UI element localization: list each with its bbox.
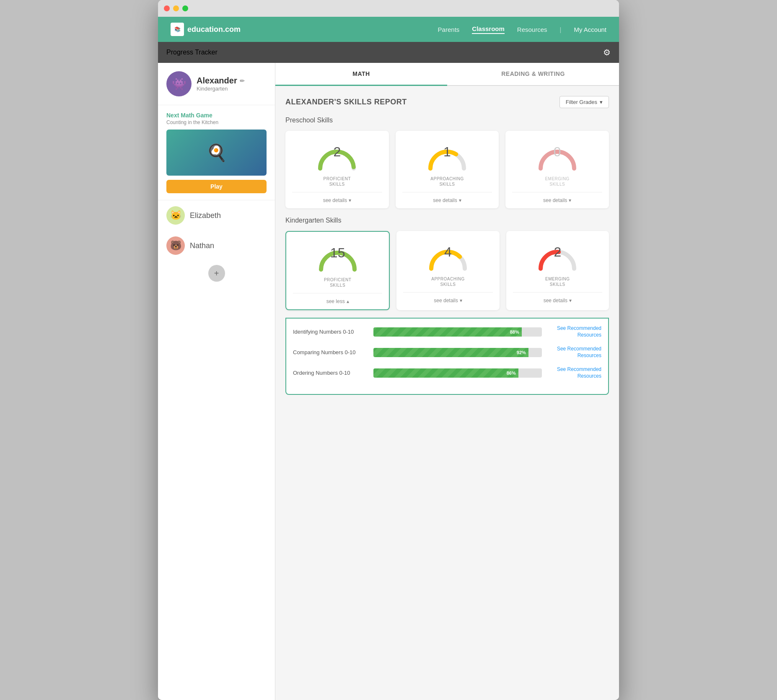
- child-avatar-nathan: 🐻: [166, 236, 185, 255]
- chevron-up-icon: ▴: [347, 298, 349, 304]
- see-details-kinder-emerging[interactable]: see details ▾: [513, 292, 602, 309]
- tab-reading[interactable]: READING & WRITING: [447, 63, 619, 85]
- profile-info: Alexander ✏ Kindergarten: [197, 76, 267, 92]
- chevron-down-icon: ▾: [460, 298, 462, 303]
- kindergarten-proficient-card: 15 PROFICIENTSKILLS see less ▴: [285, 231, 390, 310]
- child-name-nathan: Nathan: [190, 241, 214, 250]
- next-game-label: Next Math Game: [166, 112, 267, 119]
- tab-math[interactable]: MATH: [275, 63, 447, 86]
- game-image: 🍳: [206, 143, 227, 163]
- preschool-section-title: Preschool Skills: [285, 117, 609, 124]
- progress-fill-0: 88%: [373, 327, 522, 337]
- gauge-number-preschool-emerging: 0: [534, 144, 580, 160]
- gauge-number-kinder-approaching: 4: [425, 244, 471, 260]
- tabs: MATH READING & WRITING: [275, 63, 619, 86]
- navbar: 📚 education.com Parents Classroom Resour…: [158, 17, 619, 42]
- logo[interactable]: 📚 education.com: [171, 23, 241, 36]
- child-name-elizabeth: Elizabeth: [190, 211, 221, 220]
- nav-my-account[interactable]: My Account: [574, 26, 606, 33]
- progress-label-2: Ordering Numbers 0-10: [293, 370, 368, 376]
- kindergarten-approaching-card: 4 APPROACHINGSKILLS see details ▾: [396, 231, 499, 310]
- progress-section: Identifying Numbers 0-10 88% See Recomme…: [285, 318, 609, 395]
- progress-label-0: Identifying Numbers 0-10: [293, 329, 368, 335]
- gauge-approaching-kinder: 4: [425, 239, 471, 273]
- logo-icon: 📚: [171, 23, 184, 36]
- see-recommended-1[interactable]: See Recommended Resources: [547, 346, 601, 359]
- add-child-button[interactable]: +: [208, 265, 225, 282]
- preschool-emerging-card: 0 EMERGINGSKILLS see details ▾: [505, 131, 609, 208]
- edit-icon[interactable]: ✏: [240, 78, 245, 84]
- gauge-number-preschool-approaching: 1: [424, 144, 470, 160]
- nav-classroom[interactable]: Classroom: [472, 25, 505, 34]
- nav-parents[interactable]: Parents: [438, 26, 460, 33]
- gauge-number-preschool-proficient: 2: [314, 144, 360, 160]
- progress-label-1: Comparing Numbers 0-10: [293, 349, 368, 355]
- chevron-down-icon: ▾: [569, 197, 571, 203]
- minimize-button[interactable]: [173, 5, 179, 11]
- see-less-kinder-proficient[interactable]: see less ▴: [293, 293, 382, 309]
- report-header: ALEXANDER'S SKILLS REPORT Filter Grades …: [285, 96, 609, 108]
- preschool-proficient-card: 2 PROFICIENTSKILLS see details ▾: [285, 131, 389, 208]
- chevron-down-icon: ▾: [459, 197, 461, 203]
- close-button[interactable]: [164, 5, 170, 11]
- child-item-nathan[interactable]: 🐻 Nathan: [158, 231, 275, 261]
- preschool-approaching-card: 1 APPROACHINGSKILLS see details ▾: [396, 131, 499, 208]
- gauge-number-kinder-emerging: 2: [534, 244, 580, 260]
- see-details-preschool-approaching[interactable]: see details ▾: [402, 192, 492, 208]
- progress-fill-2: 86%: [373, 368, 518, 378]
- progress-row-0: Identifying Numbers 0-10 88% See Recomme…: [293, 325, 601, 338]
- subbar: Progress Tracker ⚙: [158, 42, 619, 63]
- progress-bar-1: 92%: [373, 348, 542, 357]
- report-title: ALEXANDER'S SKILLS REPORT: [285, 98, 407, 106]
- gauge-number-kinder-proficient: 15: [315, 245, 361, 261]
- skills-report: ALEXANDER'S SKILLS REPORT Filter Grades …: [275, 86, 619, 405]
- nav-separator: |: [560, 26, 562, 33]
- progress-row-2: Ordering Numbers 0-10 86% See Recommende…: [293, 366, 601, 379]
- play-button[interactable]: Play: [166, 180, 267, 193]
- next-game-name: Counting in the Kitchen: [166, 119, 267, 125]
- see-recommended-2[interactable]: See Recommended Resources: [547, 366, 601, 379]
- see-recommended-0[interactable]: See Recommended Resources: [547, 325, 601, 338]
- app-window: 📚 education.com Parents Classroom Resour…: [158, 0, 619, 700]
- profile-grade: Kindergarten: [197, 86, 267, 92]
- nav-links: Parents Classroom Resources | My Account: [438, 25, 606, 34]
- progress-row-1: Comparing Numbers 0-10 92% See Recommend…: [293, 346, 601, 359]
- gauge-approaching-preschool: 1: [424, 139, 470, 173]
- progress-fill-1: 92%: [373, 348, 528, 357]
- see-details-preschool-proficient[interactable]: see details ▾: [292, 192, 382, 208]
- gauge-emerging-kinder: 2: [534, 239, 580, 273]
- kindergarten-emerging-card: 2 EMERGINGSKILLS see details ▾: [506, 231, 609, 310]
- next-game-section: Next Math Game Counting in the Kitchen 🍳…: [158, 105, 275, 200]
- kindergarten-skill-cards: 15 PROFICIENTSKILLS see less ▴: [285, 231, 609, 310]
- chevron-down-icon: ▾: [349, 197, 351, 203]
- gauge-proficient-preschool: 2: [314, 139, 360, 173]
- child-avatar-elizabeth: 🐱: [166, 206, 185, 225]
- filter-grades-button[interactable]: Filter Grades ▾: [559, 96, 609, 108]
- preschool-skill-cards: 2 PROFICIENTSKILLS see details ▾: [285, 131, 609, 208]
- progress-bar-0: 88%: [373, 327, 542, 337]
- see-details-preschool-emerging[interactable]: see details ▾: [512, 192, 602, 208]
- chevron-down-icon: ▾: [569, 298, 572, 303]
- profile-name: Alexander ✏: [197, 76, 267, 86]
- titlebar: [158, 0, 619, 17]
- child-item-elizabeth[interactable]: 🐱 Elizabeth: [158, 200, 275, 231]
- logo-text: education.com: [187, 25, 241, 34]
- nav-resources[interactable]: Resources: [517, 26, 547, 33]
- see-details-kinder-approaching[interactable]: see details ▾: [403, 292, 492, 309]
- avatar-emoji: 👾: [172, 77, 186, 91]
- gauge-proficient-kinder: 15: [315, 240, 361, 274]
- subbar-title: Progress Tracker: [166, 49, 218, 56]
- content-area: MATH READING & WRITING ALEXANDER'S SKILL…: [275, 63, 619, 700]
- kindergarten-section-title: Kindergarten Skills: [285, 217, 609, 224]
- settings-icon[interactable]: ⚙: [603, 47, 611, 57]
- avatar: 👾: [166, 71, 192, 96]
- progress-bar-2: 86%: [373, 368, 542, 378]
- active-profile: 👾 Alexander ✏ Kindergarten: [158, 63, 275, 105]
- gauge-emerging-preschool: 0: [534, 139, 580, 173]
- main-layout: 👾 Alexander ✏ Kindergarten Next Math Gam…: [158, 63, 619, 700]
- maximize-button[interactable]: [182, 5, 188, 11]
- chevron-down-icon: ▾: [600, 99, 603, 105]
- game-thumbnail[interactable]: 🍳: [166, 130, 267, 176]
- sidebar: 👾 Alexander ✏ Kindergarten Next Math Gam…: [158, 63, 275, 700]
